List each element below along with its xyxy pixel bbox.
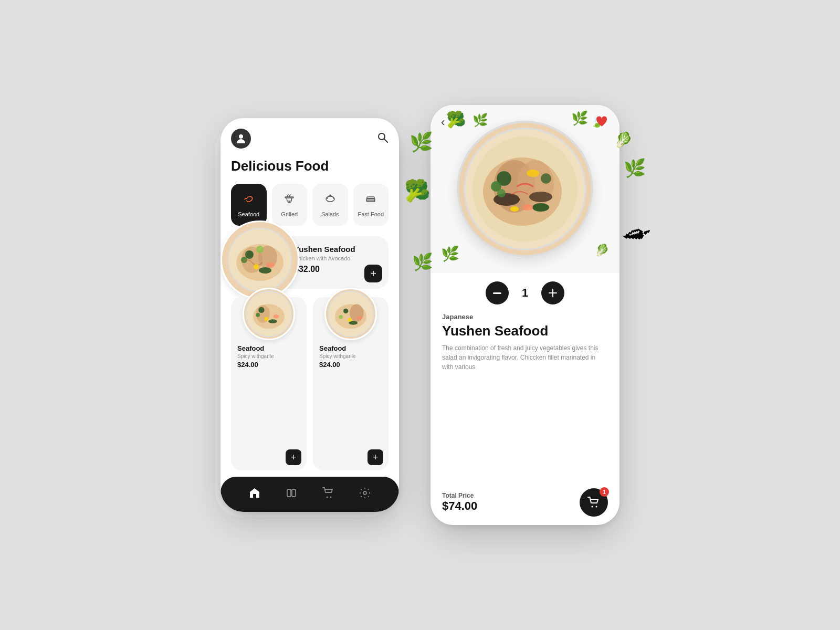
food-category: Japanese: [442, 313, 608, 321]
category-grilled[interactable]: Grilled: [272, 184, 308, 226]
page-title: Delicious Food: [231, 158, 388, 174]
nav-menu-button[interactable]: [282, 484, 300, 505]
svg-point-19: [266, 262, 275, 268]
food-detail-image-area: ‹ 🥦 🌿 🌿 🍃 🌿 🥬: [430, 105, 620, 273]
category-seafood[interactable]: Seafood: [231, 184, 267, 226]
small-card-price-1: $24.00: [319, 361, 340, 369]
add-to-cart-button[interactable]: 1: [580, 488, 608, 517]
featured-name: Yushen Seafood: [294, 245, 380, 254]
svg-rect-9: [367, 197, 374, 198]
svg-point-20: [254, 264, 259, 269]
svg-point-40: [330, 497, 332, 498]
nav-home-button[interactable]: [246, 484, 264, 505]
small-card-1: Seafood Spicy withgarlle $24.00 +: [313, 297, 388, 470]
svg-point-17: [259, 267, 271, 274]
svg-rect-57: [493, 292, 501, 294]
category-fastfood[interactable]: Fast Food: [353, 184, 389, 226]
fastfood-icon: [364, 192, 377, 208]
nav-cart-button[interactable]: [319, 484, 337, 505]
bottom-navigation: [220, 477, 399, 512]
small-card-0: Seafood Spicy withgarlle $24.00 +: [231, 297, 307, 470]
cat-label-salads: Salads: [321, 211, 339, 217]
price-row: Total Price $74.00 1: [442, 488, 608, 517]
svg-point-54: [522, 204, 533, 211]
deco-herb-tl: 🌿: [472, 113, 488, 128]
small-card-desc-1: Spicy withgarlle: [319, 353, 355, 359]
back-button[interactable]: ‹: [441, 116, 445, 129]
svg-point-41: [363, 491, 366, 495]
cart-badge: 1: [600, 487, 609, 497]
svg-point-52: [532, 203, 549, 212]
nav-settings-button[interactable]: [356, 484, 374, 505]
svg-point-26: [268, 319, 277, 323]
svg-rect-37: [287, 489, 291, 497]
small-card-name-0: Seafood: [237, 344, 264, 352]
small-food-image-0: [243, 288, 295, 340]
featured-desc: Chicken with Avocado: [294, 255, 380, 261]
svg-point-35: [348, 318, 352, 322]
grilled-icon: [283, 192, 296, 208]
deco-herb-tr: 🌿: [571, 110, 588, 127]
small-card-price-0: $24.00: [237, 361, 258, 369]
svg-point-60: [592, 506, 593, 508]
svg-point-48: [529, 192, 552, 202]
featured-add-button[interactable]: +: [364, 265, 382, 282]
deco-chili-right: 🌶: [620, 216, 653, 250]
svg-point-51: [497, 189, 506, 197]
deco-leaf-br: 🥬: [595, 244, 609, 257]
cat-label-grilled: Grilled: [281, 211, 298, 217]
category-tabs: Seafood: [231, 184, 388, 226]
quantity-plus-button[interactable]: [541, 281, 564, 304]
svg-point-36: [339, 315, 343, 319]
small-card-desc-0: Spicy withgarlle: [237, 353, 274, 359]
svg-rect-10: [366, 200, 375, 202]
svg-point-27: [273, 314, 279, 319]
svg-rect-59: [549, 292, 557, 293]
featured-card: Yushen Seafood Chicken with Avocado $32.…: [231, 236, 388, 289]
seafood-icon: [243, 192, 255, 208]
svg-point-32: [343, 309, 348, 313]
quantity-row: 1: [442, 281, 608, 304]
small-add-button-1[interactable]: +: [368, 449, 383, 465]
small-food-image-1: [324, 288, 377, 340]
svg-point-39: [327, 497, 328, 498]
quantity-display: 1: [517, 286, 533, 300]
avatar[interactable]: [231, 129, 251, 149]
svg-point-0: [239, 134, 243, 139]
header: [231, 129, 388, 149]
svg-point-61: [596, 506, 597, 508]
svg-point-25: [256, 313, 260, 317]
svg-point-56: [527, 170, 539, 177]
food-description: The combination of fresh and juicy veget…: [442, 343, 608, 481]
svg-point-53: [541, 173, 551, 184]
svg-point-15: [245, 250, 254, 259]
deco-herb-right: 🌿: [624, 158, 646, 178]
svg-point-18: [256, 246, 264, 253]
svg-point-47: [494, 193, 520, 206]
search-button[interactable]: [377, 132, 388, 146]
salads-icon: [324, 192, 337, 208]
cat-label-seafood: Seafood: [238, 211, 259, 217]
svg-point-3: [250, 196, 251, 197]
main-food-plate: [457, 121, 593, 257]
svg-point-28: [265, 317, 269, 321]
cat-label-fastfood: Fast Food: [358, 211, 384, 217]
svg-point-55: [510, 206, 519, 212]
svg-point-24: [258, 307, 264, 313]
svg-rect-38: [292, 489, 296, 497]
deco-herb-bl: 🌿: [441, 245, 459, 262]
svg-line-2: [384, 139, 388, 142]
price-section: Total Price $74.00: [442, 492, 477, 513]
small-cards-grid: Seafood Spicy withgarlle $24.00 +: [231, 297, 388, 470]
quantity-minus-button[interactable]: [486, 281, 509, 304]
total-price: $74.00: [442, 499, 477, 513]
price-label: Total Price: [442, 492, 477, 499]
food-detail-section: 1 Japanese Yushen Seafood The combinatio…: [430, 273, 620, 525]
small-add-button-0[interactable]: +: [286, 449, 301, 465]
small-card-name-1: Seafood: [319, 344, 346, 352]
svg-point-34: [356, 316, 362, 320]
category-salads[interactable]: Salads: [312, 184, 348, 226]
favorite-button[interactable]: [595, 116, 609, 132]
food-name: Yushen Seafood: [442, 323, 608, 339]
